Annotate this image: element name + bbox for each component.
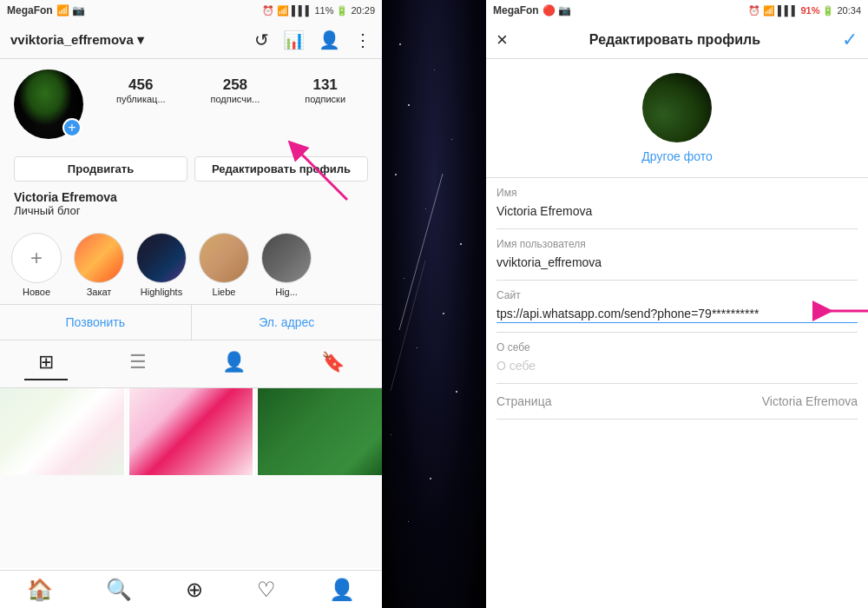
email-button[interactable]: Эл. адрес [192,305,383,340]
stat-posts: 456 публикац... [116,76,166,104]
tab-bar: ⊞ ☰ 👤 🔖 [0,340,382,388]
edit-avatar-section: Другое фото [486,59,868,178]
chart-icon[interactable]: 📊 [283,30,305,50]
status-bar-right: MegaFon 🔴 📷 ⏰ 📶 ▌▌▌ 91% 🔋 20:34 [486,0,868,21]
highlight-highlights-circle [136,233,187,283]
highlight-more[interactable]: Hig... [260,233,312,297]
more-icon[interactable]: ⋮ [354,30,372,50]
highlight-liebe-circle [199,233,249,283]
middle-divider [382,0,486,608]
edit-form: Имя Имя пользователя Сайт О се [486,178,868,608]
edit-avatar [642,73,712,142]
photo-row-1 [0,388,382,570]
promote-button[interactable]: Продвигать [14,156,187,182]
highlight-highlights[interactable]: Highlights [135,233,187,297]
bio-section: Victoria Efremova Личный блог [0,188,382,226]
highlight-new[interactable]: + Новое [10,233,62,297]
top-nav-left: vviktoria_effremova ▾ ↺ 📊 👤 ⋮ [0,21,382,59]
nav-heart-icon[interactable]: ♡ [257,578,276,602]
name-field: Имя [496,178,858,229]
stat-following: 131 подписки [305,76,345,104]
battery-icon-right: 🔋 [822,5,834,17]
right-panel: MegaFon 🔴 📷 ⏰ 📶 ▌▌▌ 91% 🔋 20:34 × Редакт… [486,0,868,608]
posts-count: 456 [116,76,166,94]
posts-label: публикац... [116,94,166,104]
photo-2[interactable] [128,388,253,475]
page-field-row: Страница Victoria Efremova [496,384,858,420]
carrier-icons-right: 🔴 📷 [542,4,571,17]
edit-profile-button[interactable]: Редактировать профиль [194,156,368,182]
carrier-icons: 📶 📷 [56,4,85,17]
about-label: О себе [496,341,858,354]
tab-list-icon[interactable]: ☰ [115,347,161,380]
page-value: Victoria Efremova [762,394,858,408]
username-text: vviktoria_effremova [10,32,134,47]
name-input[interactable] [496,202,858,220]
left-panel: MegaFon 📶 📷 ⏰ 📶 ▌▌▌ 11% 🔋 20:29 vviktori… [0,0,382,608]
highlight-zakat[interactable]: Закат [73,233,125,297]
change-photo-button[interactable]: Другое фото [641,149,712,163]
nav-profile-icon[interactable]: 👤 [329,578,355,602]
nav-icons: ↺ 📊 👤 ⋮ [254,30,372,50]
following-count: 131 [305,76,345,94]
wifi-icon: 📶 [277,5,289,17]
time-right: 20:34 [837,5,861,16]
signal-icon: ▌▌▌ [292,5,312,16]
bio-description: Личный блог [14,204,368,217]
alarm-icon: ⏰ [262,5,274,17]
page-label: Страница [496,394,551,408]
carrier-left: MegaFon 📶 📷 [7,4,85,17]
stat-followers: 258 подписчи... [211,76,260,104]
username-display[interactable]: vviktoria_effremova ▾ [10,32,144,48]
following-label: подписки [305,94,345,104]
tab-tagged-icon[interactable]: 👤 [208,347,260,380]
time-left: 20:29 [351,5,375,16]
wifi-icon-right: 📶 [763,5,775,17]
highlight-new-label: Новое [23,287,50,297]
status-right-right: ⏰ 📶 ▌▌▌ 91% 🔋 20:34 [748,5,861,17]
highlight-more-label: Hig... [275,287,298,297]
add-story-button[interactable]: + [62,118,82,137]
username-field: Имя пользователя [496,229,858,281]
nav-add-icon[interactable]: ⊕ [186,578,203,602]
close-button[interactable]: × [496,29,508,51]
highlight-zakat-label: Закат [87,287,112,297]
photo-3[interactable] [256,388,382,475]
highlight-new-circle: + [11,233,62,283]
status-right-left: ⏰ 📶 ▌▌▌ 11% 🔋 20:29 [262,5,375,17]
nav-search-icon[interactable]: 🔍 [106,578,132,602]
status-bar-left: MegaFon 📶 📷 ⏰ 📶 ▌▌▌ 11% 🔋 20:29 [0,0,382,21]
photo-1[interactable] [0,388,126,475]
carrier-name: MegaFon [7,4,53,17]
username-input[interactable] [496,254,858,271]
carrier-right: MegaFon 🔴 📷 [493,4,571,17]
highlight-liebe-label: Liebe [213,287,236,297]
tab-bookmark-icon[interactable]: 🔖 [307,347,358,380]
add-person-icon[interactable]: 👤 [319,30,340,50]
site-label: Сайт [496,289,858,301]
highlight-highlights-label: Highlights [141,287,182,297]
bottom-nav: 🏠 🔍 ⊕ ♡ 👤 [0,570,382,608]
dropdown-arrow: ▾ [137,32,144,48]
highlight-more-circle [261,233,312,283]
call-button[interactable]: Позвонить [0,305,191,340]
site-input[interactable] [496,305,858,323]
contact-buttons: Позвонить Эл. адрес [0,304,382,340]
battery-pct-right: 91% [800,5,819,16]
highlight-zakat-circle [74,233,124,283]
tab-grid-icon[interactable]: ⊞ [24,347,68,380]
shooting-star-svg [382,0,486,608]
alarm-icon-right: ⏰ [748,5,760,17]
history-icon[interactable]: ↺ [254,30,269,50]
highlights-section: + Новое Закат Highlights Liebe Hig... [0,226,382,304]
username-field-label: Имя пользователя [496,238,858,250]
profile-section: + 456 публикац... 258 подписчи... 131 по… [0,59,382,149]
svg-line-0 [399,174,443,330]
about-input[interactable] [496,357,858,374]
nav-home-icon[interactable]: 🏠 [27,578,53,602]
bio-name: Victoria Efremova [14,190,368,204]
confirm-button[interactable]: ✓ [842,29,858,51]
highlight-liebe[interactable]: Liebe [198,233,250,297]
followers-count: 258 [211,76,260,94]
plus-icon: + [30,246,43,270]
